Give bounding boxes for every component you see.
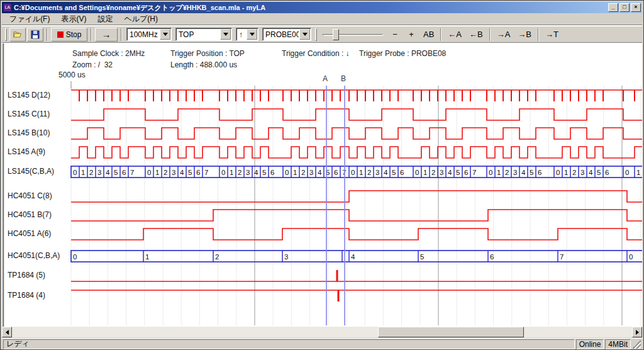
close-button[interactable]: × — [631, 3, 641, 12]
toolbar-separator — [121, 28, 122, 41]
stop-button[interactable]: Stop — [51, 28, 87, 42]
zoom-slider[interactable] — [323, 28, 383, 41]
digital-waveform — [71, 147, 642, 158]
bus-value: 3 — [172, 169, 175, 176]
status-bar: レディ Online 4MBit — [2, 338, 642, 349]
bus-value: 1 — [497, 169, 501, 176]
menu-settings[interactable]: 設定 — [92, 13, 118, 26]
menu-file[interactable]: ファイル(F) — [4, 13, 55, 26]
bus-value: 6 — [490, 253, 494, 261]
bus-value: 4 — [521, 169, 526, 176]
bus-value: 1 — [359, 169, 363, 176]
bus-value: 2 — [215, 253, 219, 261]
chevron-down-icon[interactable] — [160, 29, 170, 40]
bus-value: 4 — [180, 169, 184, 176]
scrollbar-track[interactable] — [12, 327, 632, 337]
sample-clock-combobox[interactable]: 100MHz — [126, 28, 172, 41]
toolbar-separator — [440, 28, 441, 41]
tool-button-t[interactable]: →T — [542, 28, 562, 42]
bus-value: 2 — [367, 169, 371, 176]
tool-button-[interactable]: − — [387, 28, 402, 42]
bus-value: 5 — [392, 169, 396, 176]
floppy-disk-icon — [31, 30, 40, 39]
bus-value: 6 — [400, 169, 404, 176]
tool-button-b[interactable]: ←B — [466, 28, 486, 42]
sample-clock-value: 100MHz — [127, 30, 159, 39]
bus-value: 6 — [334, 169, 338, 176]
bus-value: 4 — [351, 253, 355, 261]
bus-value: 7 — [130, 169, 134, 176]
chevron-down-icon[interactable] — [220, 29, 231, 40]
title-bar[interactable]: LA C:¥Documents and Settings¥noname¥デスクト… — [2, 2, 642, 13]
bus-value: 0 — [351, 169, 355, 176]
bus-value: 5 — [597, 169, 601, 176]
bus-value: 2 — [238, 169, 242, 176]
bus-value: 6 — [122, 169, 126, 176]
zoom-slider-thumb[interactable] — [333, 29, 339, 40]
chevron-down-icon[interactable] — [299, 29, 310, 40]
bus-value: 1 — [155, 169, 159, 176]
toolbar-grip[interactable] — [315, 28, 317, 41]
bus-value: 1 — [230, 169, 233, 176]
bus-value: 7 — [472, 169, 476, 176]
bus-value: 1 — [81, 169, 85, 176]
tool-button-[interactable]: + — [404, 28, 419, 42]
open-file-button[interactable] — [9, 28, 26, 42]
bus-value: 1 — [636, 169, 640, 176]
tool-button-b[interactable]: →B — [514, 28, 535, 42]
status-ready: レディ — [3, 339, 575, 349]
bus-value: 0 — [73, 253, 77, 261]
digital-waveform — [71, 109, 642, 120]
bus-value: 5 — [420, 253, 424, 261]
bus-value: 3 — [309, 169, 313, 176]
toolbar-grip[interactable] — [5, 28, 7, 41]
maximize-button[interactable]: □ — [619, 3, 630, 12]
bus-value: 4 — [589, 169, 593, 176]
info-trigger-condition: Trigger Condition : ↓ — [282, 49, 350, 58]
toolbar-separator — [47, 28, 48, 41]
bus-value: 4 — [318, 169, 322, 176]
triangle-left-icon — [6, 330, 9, 335]
digital-waveform — [71, 128, 642, 139]
trigger-edge-combobox[interactable]: ↑ — [236, 28, 258, 41]
scroll-left-button[interactable] — [2, 327, 12, 337]
bus-value: 2 — [301, 169, 305, 176]
bus-value: 2 — [164, 169, 167, 176]
stop-label: Stop — [66, 30, 82, 39]
bus-value: 3 — [284, 253, 288, 261]
bus-value: 5 — [456, 169, 460, 176]
bus-value: 0 — [415, 169, 419, 176]
zoom-slider-track — [323, 34, 383, 36]
window-title: C:¥Documents and Settings¥noname¥デスクトップ¥… — [14, 3, 608, 13]
bus-value: 0 — [556, 169, 560, 176]
resize-grip-icon[interactable] — [632, 340, 641, 349]
toolbar: Stop → 100MHz TOP ↑ PROBE00 −+AB←A←B→A→B… — [2, 26, 642, 43]
menu-bar: ファイル(F) 表示(V) 設定 ヘルプ(H) — [2, 13, 642, 25]
digital-waveform — [71, 210, 642, 221]
horizontal-scrollbar[interactable] — [2, 327, 642, 337]
save-file-button[interactable] — [27, 28, 43, 42]
scroll-right-button[interactable] — [632, 327, 642, 337]
trigger-probe-value: PROBE00 — [263, 30, 299, 39]
bus-value: 3 — [97, 169, 101, 176]
tool-button-a[interactable]: →A — [494, 28, 514, 42]
status-online: Online — [576, 339, 604, 349]
menu-view[interactable]: 表示(V) — [56, 13, 91, 26]
digital-waveform — [71, 229, 642, 240]
bus-value: 7 — [204, 169, 208, 176]
menu-help[interactable]: ヘルプ(H) — [119, 13, 163, 26]
minimize-button[interactable]: _ — [608, 3, 618, 12]
bus-value: 0 — [625, 169, 629, 176]
info-trigger-probe: Trigger Probe : PROBE08 — [359, 49, 446, 58]
tool-button-ab[interactable]: AB — [420, 28, 437, 42]
tool-button-a[interactable]: ←A — [445, 28, 465, 42]
bus-value: 2 — [572, 169, 576, 176]
scrollbar-thumb[interactable] — [378, 327, 524, 337]
bus-value: 3 — [440, 169, 443, 176]
trigger-probe-combobox[interactable]: PROBE00 — [262, 28, 311, 41]
run-button[interactable]: → — [95, 28, 118, 42]
bus-value: 3 — [375, 169, 379, 176]
chevron-down-icon[interactable] — [247, 29, 257, 40]
bus-value: 2 — [431, 169, 435, 176]
trigger-position-combobox[interactable]: TOP — [175, 28, 232, 41]
